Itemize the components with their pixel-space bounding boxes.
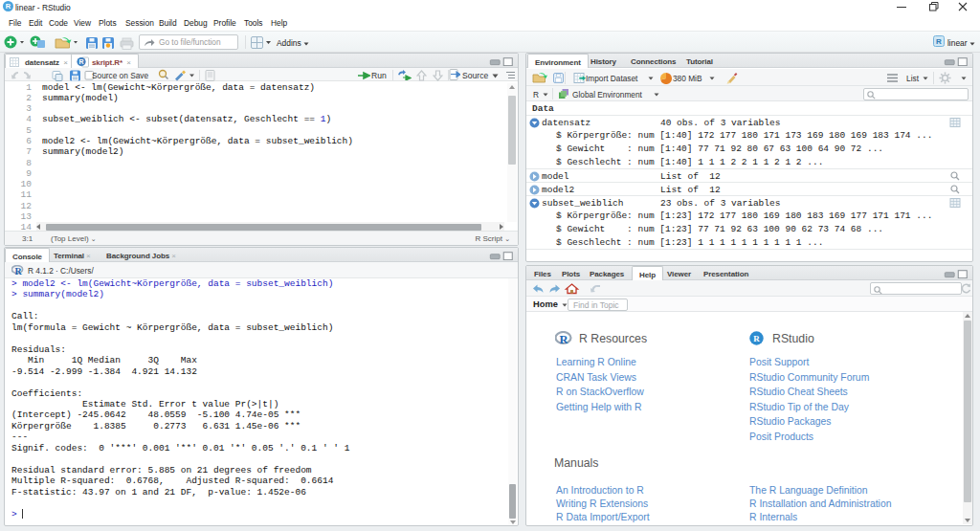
svg-text:R: R	[79, 58, 84, 65]
svg-text:R: R	[559, 333, 568, 346]
svg-text:R: R	[753, 334, 760, 343]
svg-text:R: R	[6, 2, 11, 11]
svg-text:R: R	[15, 266, 23, 276]
svg-text:R: R	[936, 37, 942, 46]
